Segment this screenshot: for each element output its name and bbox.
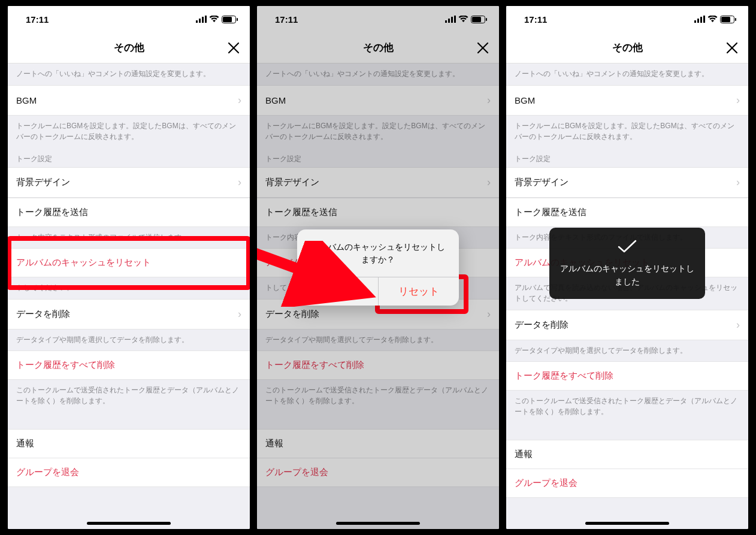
alert-dialog: アルバムのキャッシュをリセットしますか？ キャンセル リセット: [297, 229, 459, 306]
cellular-signal-icon: [694, 16, 705, 23]
battery-icon: [222, 16, 238, 23]
svg-rect-17: [697, 19, 699, 23]
chevron-right-icon: ›: [238, 176, 241, 189]
home-indicator: [87, 522, 171, 525]
send-history-description: トーク内容をテキスト形式のファイルで送信します。: [8, 227, 250, 249]
home-indicator: [585, 522, 669, 525]
row-send-history[interactable]: トーク履歴を送信: [8, 198, 250, 227]
row-leave-group[interactable]: グループを退会: [506, 468, 748, 498]
alert-message: アルバムのキャッシュをリセットしますか？: [297, 229, 459, 277]
toast-message: アルバムのキャッシュをリセットしました: [549, 228, 705, 299]
alert-dialog-backdrop: アルバムのキャッシュをリセットしますか？ キャンセル リセット: [257, 6, 499, 529]
chevron-right-icon: ›: [238, 94, 241, 107]
row-reset-album-cache[interactable]: アルバムのキャッシュをリセット: [8, 248, 250, 277]
row-delete-history-label: トーク履歴をすべて削除: [16, 359, 115, 371]
row-send-history-label: トーク履歴を送信: [16, 207, 88, 218]
svg-rect-5: [223, 17, 232, 22]
svg-rect-21: [721, 17, 730, 22]
row-delete-all-history[interactable]: トーク履歴をすべて削除: [506, 361, 748, 391]
svg-rect-19: [703, 16, 705, 23]
row-delete-data[interactable]: データを削除›: [506, 310, 748, 340]
phone-screen-1: 17:11 その他 ノートへの「いいね」やコメントの通知設定を変更します。 BG…: [8, 6, 250, 529]
row-background-design[interactable]: 背景デザイン ›: [8, 167, 250, 198]
row-leave-group[interactable]: グループを退会: [8, 458, 250, 487]
row-report[interactable]: 通報: [506, 440, 748, 469]
svg-rect-0: [196, 20, 198, 23]
section-talk-settings: トーク設定: [8, 148, 250, 168]
nav-bar: その他: [506, 32, 748, 64]
alert-cancel-button[interactable]: キャンセル: [297, 277, 379, 306]
row-delete-data[interactable]: データを削除 ›: [8, 299, 250, 330]
wifi-icon: [209, 16, 219, 23]
reset-cache-description: トしてください。: [8, 277, 250, 299]
row-reset-cache-label: アルバムのキャッシュをリセット: [16, 257, 151, 268]
chevron-right-icon: ›: [736, 319, 740, 331]
phone-screen-3: 17:11 その他 ノートへの「いいね」やコメントの通知設定を変更します。 BG…: [506, 6, 748, 529]
chevron-right-icon: ›: [736, 94, 740, 107]
row-bgm-label: BGM: [16, 95, 37, 105]
page-title: その他: [114, 41, 144, 55]
delete-data-description: データタイプや期間を選択してデータを削除します。: [8, 330, 250, 351]
row-background-label: 背景デザイン: [16, 177, 70, 188]
bgm-description: トークルームにBGMを設定します。設定したBGMは、すべてのメンバーのトークルー…: [8, 116, 250, 148]
status-bar: 17:11: [8, 6, 250, 32]
status-time: 17:11: [26, 14, 49, 25]
spacer: [8, 412, 250, 429]
row-background-design[interactable]: 背景デザイン›: [506, 167, 748, 198]
close-icon: [726, 42, 738, 54]
close-button[interactable]: [226, 40, 241, 56]
svg-rect-18: [700, 17, 702, 23]
notes-description: ノートへの「いいね」やコメントの通知設定を変更します。: [8, 64, 250, 85]
cellular-signal-icon: [196, 16, 207, 23]
svg-rect-3: [205, 16, 207, 23]
wifi-icon: [707, 16, 718, 23]
row-bgm[interactable]: BGM ›: [8, 85, 250, 116]
chevron-right-icon: ›: [736, 176, 740, 189]
svg-rect-1: [199, 19, 201, 23]
checkmark-icon: [558, 238, 697, 256]
phone-screen-2: 17:11 その他 ノートへの「いいね」やコメントの通知設定を変更します。 BG…: [257, 6, 499, 529]
toast-text: アルバムのキャッシュをリセットしました: [558, 262, 697, 288]
alert-reset-button[interactable]: リセット: [379, 277, 459, 306]
status-bar: 17:11: [506, 6, 748, 32]
row-bgm[interactable]: BGM›: [506, 85, 748, 116]
battery-icon: [720, 16, 736, 23]
row-delete-data-label: データを削除: [16, 309, 70, 320]
row-send-history[interactable]: トーク履歴を送信: [506, 198, 748, 227]
svg-rect-22: [735, 18, 736, 21]
svg-rect-16: [694, 20, 696, 23]
close-icon: [228, 42, 240, 54]
row-delete-all-history[interactable]: トーク履歴をすべて削除: [8, 350, 250, 380]
chevron-right-icon: ›: [238, 308, 241, 321]
status-time: 17:11: [524, 14, 547, 25]
status-icons: [694, 16, 736, 23]
page-title: その他: [612, 41, 643, 55]
svg-rect-2: [202, 17, 204, 23]
row-report[interactable]: 通報: [8, 429, 250, 458]
nav-bar: その他: [8, 32, 250, 64]
row-report-label: 通報: [16, 438, 34, 449]
close-button[interactable]: [724, 40, 740, 56]
delete-history-description: このトークルームで送受信されたトーク履歴とデータ（アルバムとノートを除く）を削除…: [8, 380, 250, 412]
row-leave-label: グループを退会: [16, 467, 79, 478]
status-icons: [196, 16, 238, 23]
svg-rect-6: [237, 18, 238, 21]
